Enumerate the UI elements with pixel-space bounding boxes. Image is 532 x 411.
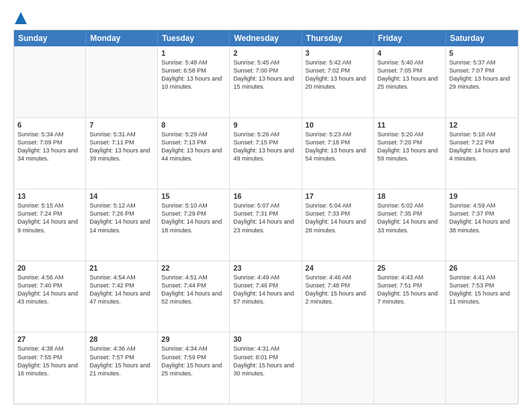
- day-number: 11: [378, 121, 442, 129]
- table-row: [14, 46, 86, 118]
- day-info: Sunrise: 5:37 AM Sunset: 7:07 PM Dayligh…: [449, 58, 515, 91]
- table-row: 16Sunrise: 5:07 AM Sunset: 7:31 PM Dayli…: [230, 189, 302, 261]
- table-row: 6Sunrise: 5:34 AM Sunset: 7:09 PM Daylig…: [14, 118, 86, 189]
- header-day-friday: Friday: [374, 30, 446, 46]
- day-info: Sunrise: 5:20 AM Sunset: 7:20 PM Dayligh…: [378, 130, 442, 163]
- table-row: 1Sunrise: 5:48 AM Sunset: 6:58 PM Daylig…: [158, 46, 230, 118]
- day-info: Sunrise: 4:34 AM Sunset: 7:59 PM Dayligh…: [161, 345, 226, 377]
- table-row: 12Sunrise: 5:18 AM Sunset: 7:22 PM Dayli…: [446, 118, 518, 189]
- day-info: Sunrise: 4:43 AM Sunset: 7:51 PM Dayligh…: [378, 273, 442, 306]
- day-number: 9: [233, 121, 298, 129]
- day-info: Sunrise: 5:15 AM Sunset: 7:24 PM Dayligh…: [17, 201, 82, 234]
- day-info: Sunrise: 5:48 AM Sunset: 6:58 PM Dayligh…: [161, 58, 226, 91]
- day-number: 22: [161, 264, 226, 272]
- day-info: Sunrise: 5:07 AM Sunset: 7:31 PM Dayligh…: [233, 201, 298, 234]
- day-number: 29: [161, 335, 226, 343]
- day-number: 26: [449, 264, 515, 272]
- day-info: Sunrise: 4:54 AM Sunset: 7:42 PM Dayligh…: [89, 273, 154, 306]
- calendar-body: 1Sunrise: 5:48 AM Sunset: 6:58 PM Daylig…: [14, 46, 518, 404]
- day-number: 15: [161, 192, 226, 200]
- table-row: 9Sunrise: 5:26 AM Sunset: 7:15 PM Daylig…: [230, 118, 302, 189]
- table-row: 13Sunrise: 5:15 AM Sunset: 7:24 PM Dayli…: [14, 189, 86, 261]
- day-number: 19: [449, 192, 515, 200]
- table-row: 19Sunrise: 4:59 AM Sunset: 7:37 PM Dayli…: [446, 189, 518, 261]
- day-number: 14: [89, 192, 154, 200]
- day-info: Sunrise: 4:46 AM Sunset: 7:48 PM Dayligh…: [306, 273, 370, 306]
- day-number: 7: [89, 121, 154, 129]
- day-number: 8: [161, 121, 226, 129]
- table-row: 8Sunrise: 5:29 AM Sunset: 7:13 PM Daylig…: [158, 118, 230, 189]
- day-number: 1: [161, 49, 226, 57]
- day-info: Sunrise: 4:38 AM Sunset: 7:55 PM Dayligh…: [17, 345, 82, 377]
- table-row: 4Sunrise: 5:40 AM Sunset: 7:05 PM Daylig…: [374, 46, 446, 118]
- day-number: 5: [449, 49, 515, 57]
- header-day-tuesday: Tuesday: [158, 30, 230, 46]
- calendar: SundayMondayTuesdayWednesdayThursdayFrid…: [13, 30, 519, 404]
- table-row: [374, 332, 446, 404]
- table-row: 3Sunrise: 5:42 AM Sunset: 7:02 PM Daylig…: [302, 46, 374, 118]
- table-row: 26Sunrise: 4:41 AM Sunset: 7:53 PM Dayli…: [446, 261, 518, 332]
- table-row: 14Sunrise: 5:12 AM Sunset: 7:26 PM Dayli…: [86, 189, 158, 261]
- week-row-5: 27Sunrise: 4:38 AM Sunset: 7:55 PM Dayli…: [14, 332, 518, 404]
- calendar-header: SundayMondayTuesdayWednesdayThursdayFrid…: [14, 30, 518, 46]
- header-day-sunday: Sunday: [14, 30, 86, 46]
- day-info: Sunrise: 4:51 AM Sunset: 7:44 PM Dayligh…: [161, 273, 226, 306]
- day-info: Sunrise: 4:41 AM Sunset: 7:53 PM Dayligh…: [449, 273, 515, 306]
- header-day-thursday: Thursday: [302, 30, 374, 46]
- day-info: Sunrise: 5:02 AM Sunset: 7:35 PM Dayligh…: [378, 201, 442, 234]
- day-info: Sunrise: 4:49 AM Sunset: 7:46 PM Dayligh…: [233, 273, 298, 306]
- day-number: 23: [233, 264, 298, 272]
- day-number: 28: [89, 335, 154, 343]
- day-info: Sunrise: 4:59 AM Sunset: 7:37 PM Dayligh…: [449, 201, 515, 234]
- day-number: 16: [233, 192, 298, 200]
- day-info: Sunrise: 5:34 AM Sunset: 7:09 PM Dayligh…: [17, 130, 82, 163]
- week-row-2: 6Sunrise: 5:34 AM Sunset: 7:09 PM Daylig…: [14, 118, 518, 190]
- week-row-4: 20Sunrise: 4:56 AM Sunset: 7:40 PM Dayli…: [14, 261, 518, 333]
- header-day-saturday: Saturday: [446, 30, 518, 46]
- day-number: 27: [17, 335, 82, 343]
- day-info: Sunrise: 5:12 AM Sunset: 7:26 PM Dayligh…: [89, 201, 154, 234]
- day-info: Sunrise: 4:36 AM Sunset: 7:57 PM Dayligh…: [89, 345, 154, 377]
- table-row: 18Sunrise: 5:02 AM Sunset: 7:35 PM Dayli…: [374, 189, 446, 261]
- table-row: 7Sunrise: 5:31 AM Sunset: 7:11 PM Daylig…: [86, 118, 158, 189]
- day-number: 2: [233, 49, 298, 57]
- day-info: Sunrise: 5:42 AM Sunset: 7:02 PM Dayligh…: [306, 58, 370, 91]
- day-info: Sunrise: 5:10 AM Sunset: 7:29 PM Dayligh…: [161, 201, 226, 234]
- day-info: Sunrise: 5:31 AM Sunset: 7:11 PM Dayligh…: [89, 130, 154, 163]
- table-row: 23Sunrise: 4:49 AM Sunset: 7:46 PM Dayli…: [230, 261, 302, 332]
- header-day-monday: Monday: [86, 30, 158, 46]
- day-info: Sunrise: 5:26 AM Sunset: 7:15 PM Dayligh…: [233, 130, 298, 163]
- day-number: 13: [17, 192, 82, 200]
- table-row: 17Sunrise: 5:04 AM Sunset: 7:33 PM Dayli…: [302, 189, 374, 261]
- table-row: 22Sunrise: 4:51 AM Sunset: 7:44 PM Dayli…: [158, 261, 230, 332]
- day-info: Sunrise: 5:45 AM Sunset: 7:00 PM Dayligh…: [233, 58, 298, 91]
- header-day-wednesday: Wednesday: [230, 30, 302, 46]
- table-row: 2Sunrise: 5:45 AM Sunset: 7:00 PM Daylig…: [230, 46, 302, 118]
- table-row: [446, 332, 518, 404]
- page: SundayMondayTuesdayWednesdayThursdayFrid…: [0, 0, 532, 411]
- table-row: 11Sunrise: 5:20 AM Sunset: 7:20 PM Dayli…: [374, 118, 446, 189]
- week-row-1: 1Sunrise: 5:48 AM Sunset: 6:58 PM Daylig…: [14, 46, 518, 118]
- table-row: 30Sunrise: 4:31 AM Sunset: 8:01 PM Dayli…: [230, 332, 302, 404]
- day-number: 30: [233, 335, 298, 343]
- day-number: 12: [449, 121, 515, 129]
- day-number: 3: [306, 49, 370, 57]
- day-number: 20: [17, 264, 82, 272]
- day-info: Sunrise: 5:40 AM Sunset: 7:05 PM Dayligh…: [378, 58, 442, 91]
- day-number: 6: [17, 121, 82, 129]
- day-number: 18: [378, 192, 442, 200]
- table-row: 28Sunrise: 4:36 AM Sunset: 7:57 PM Dayli…: [86, 332, 158, 404]
- table-row: 29Sunrise: 4:34 AM Sunset: 7:59 PM Dayli…: [158, 332, 230, 404]
- logo-icon: [15, 12, 27, 24]
- table-row: 24Sunrise: 4:46 AM Sunset: 7:48 PM Dayli…: [302, 261, 374, 332]
- week-row-3: 13Sunrise: 5:15 AM Sunset: 7:24 PM Dayli…: [14, 189, 518, 261]
- table-row: 20Sunrise: 4:56 AM Sunset: 7:40 PM Dayli…: [14, 261, 86, 332]
- table-row: [86, 46, 158, 118]
- day-info: Sunrise: 5:04 AM Sunset: 7:33 PM Dayligh…: [306, 201, 370, 234]
- day-number: 17: [306, 192, 370, 200]
- table-row: 15Sunrise: 5:10 AM Sunset: 7:29 PM Dayli…: [158, 189, 230, 261]
- table-row: [302, 332, 374, 404]
- table-row: 21Sunrise: 4:54 AM Sunset: 7:42 PM Dayli…: [86, 261, 158, 332]
- logo: [13, 12, 27, 23]
- table-row: 5Sunrise: 5:37 AM Sunset: 7:07 PM Daylig…: [446, 46, 518, 118]
